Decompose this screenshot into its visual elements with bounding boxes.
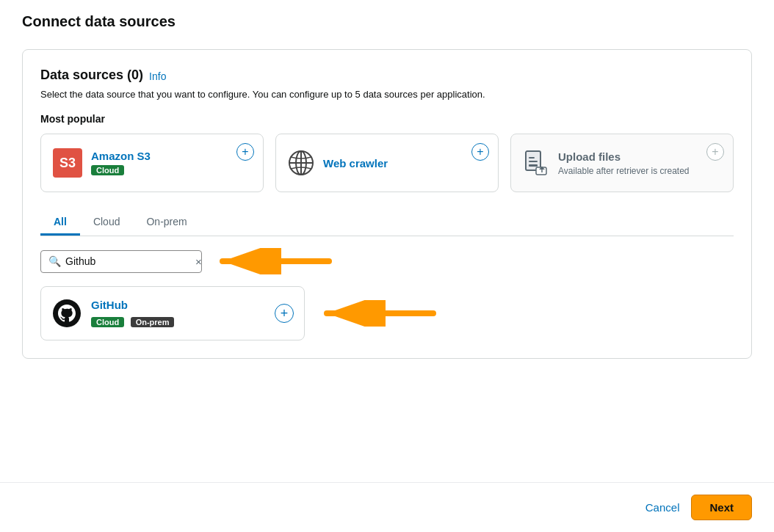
github-onprem-badge: On-prem bbox=[131, 317, 175, 327]
upload-card-sublabel: Available after retriever is created bbox=[558, 166, 690, 176]
tab-cloud[interactable]: Cloud bbox=[80, 210, 134, 236]
github-add-button[interactable]: + bbox=[275, 304, 294, 323]
most-popular-label: Most popular bbox=[40, 113, 734, 125]
upload-card-label: Upload files bbox=[558, 150, 690, 163]
search-box[interactable]: 🔍 × bbox=[40, 250, 202, 273]
tabs-row: All Cloud On-prem bbox=[40, 210, 734, 236]
github-result-card[interactable]: GitHub Cloud On-prem + bbox=[40, 286, 305, 340]
page-header: Connect data sources bbox=[0, 0, 774, 37]
search-row: 🔍 × bbox=[40, 248, 734, 274]
upload-add-button: + bbox=[706, 143, 724, 161]
upload-card-info: Upload files Available after retriever i… bbox=[558, 150, 690, 176]
card-title: Data sources (0) bbox=[40, 68, 143, 83]
svg-rect-9 bbox=[529, 157, 535, 158]
svg-rect-7 bbox=[529, 164, 538, 167]
datasource-card-upload: Upload files Available after retriever i… bbox=[510, 134, 734, 192]
svg-rect-8 bbox=[529, 161, 538, 162]
webcrawler-card-info: Web crawler bbox=[323, 157, 388, 170]
info-link[interactable]: Info bbox=[149, 70, 166, 82]
datasource-card-s3[interactable]: S3 Amazon S3 Cloud + bbox=[40, 134, 264, 192]
page-footer: Cancel Next bbox=[0, 482, 774, 532]
github-result-name: GitHub bbox=[91, 299, 177, 311]
add-datasource-card: Data sources (0) Info Select the data so… bbox=[22, 49, 752, 359]
github-cloud-badge: Cloud bbox=[91, 317, 124, 327]
card-subtitle: Select the data source that you want to … bbox=[40, 89, 734, 100]
github-arrow-indicator bbox=[319, 300, 437, 327]
cancel-button[interactable]: Cancel bbox=[645, 501, 680, 514]
main-content: Data sources (0) Info Select the data so… bbox=[0, 37, 774, 482]
search-clear-button[interactable]: × bbox=[194, 255, 203, 268]
upload-file-icon bbox=[523, 150, 549, 176]
tab-all[interactable]: All bbox=[40, 210, 80, 236]
search-input[interactable] bbox=[65, 255, 194, 267]
github-icon bbox=[53, 299, 81, 327]
globe-icon bbox=[288, 150, 314, 176]
s3-card-label: Amazon S3 bbox=[91, 150, 151, 162]
webcrawler-add-button[interactable]: + bbox=[471, 143, 489, 161]
card-header-row: Data sources (0) Info bbox=[40, 68, 734, 84]
github-result-info: GitHub Cloud On-prem bbox=[91, 299, 177, 328]
page-title: Connect data sources bbox=[22, 13, 176, 29]
svg-text:S3: S3 bbox=[59, 156, 76, 170]
svg-point-15 bbox=[53, 299, 81, 327]
search-results-row: GitHub Cloud On-prem + bbox=[40, 286, 734, 340]
search-arrow-indicator bbox=[215, 248, 333, 274]
search-icon: 🔍 bbox=[48, 255, 61, 267]
webcrawler-card-label: Web crawler bbox=[323, 157, 388, 170]
s3-card-info: Amazon S3 Cloud bbox=[91, 150, 151, 176]
tab-onprem[interactable]: On-prem bbox=[133, 210, 200, 236]
s3-icon: S3 bbox=[53, 148, 82, 178]
datasource-card-webcrawler[interactable]: Web crawler + bbox=[275, 134, 499, 192]
s3-add-button[interactable]: + bbox=[236, 143, 254, 161]
popular-sources-row: S3 Amazon S3 Cloud + bbox=[40, 134, 734, 192]
cloud-badge: Cloud bbox=[91, 165, 124, 175]
github-badges: Cloud On-prem bbox=[91, 314, 177, 328]
next-button[interactable]: Next bbox=[691, 495, 752, 520]
